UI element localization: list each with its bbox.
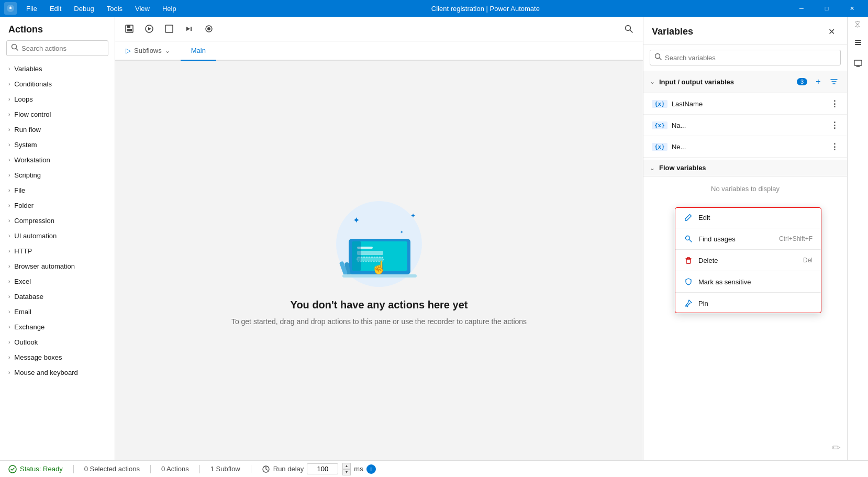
chevron-icon: › xyxy=(8,309,10,315)
section-actions: + xyxy=(811,75,841,88)
chevron-icon: › xyxy=(8,339,10,345)
add-variable-button[interactable]: + xyxy=(811,75,825,88)
variables-icon[interactable]: {x} xyxy=(855,21,861,28)
action-item-mouse-keyboard[interactable]: ›Mouse and keyboard xyxy=(0,365,115,380)
actions-count: 0 Actions xyxy=(161,465,189,473)
context-menu-delete[interactable]: Delete Del xyxy=(675,251,821,270)
run-delay-input[interactable] xyxy=(307,463,338,474)
flow-variables-section-header[interactable]: ⌄ Flow variables xyxy=(643,160,847,176)
action-item-run-flow[interactable]: ›Run flow xyxy=(0,122,115,137)
menu-view[interactable]: View xyxy=(130,3,155,15)
action-item-file[interactable]: ›File xyxy=(0,183,115,198)
variables-list: {x} LastName ⋮ {x} Na... ⋮ {x} Ne... ⋮ xyxy=(643,93,847,158)
variable-more-button[interactable]: ⋮ xyxy=(828,119,841,131)
menu-edit[interactable]: Edit xyxy=(44,3,66,15)
variable-more-button[interactable]: ⋮ xyxy=(828,140,841,153)
record-button[interactable] xyxy=(201,21,217,37)
context-delete-label: Delete xyxy=(698,257,718,264)
empty-state-title: You don't have any actions here yet xyxy=(231,299,527,311)
run-button[interactable] xyxy=(141,21,157,37)
maximize-button[interactable]: □ xyxy=(815,0,839,17)
context-pin-label: Pin xyxy=(698,299,708,307)
menu-bar: File Edit Debug Tools View Help xyxy=(21,3,182,15)
menu-debug[interactable]: Debug xyxy=(69,3,99,15)
action-item-scripting[interactable]: ›Scripting xyxy=(0,168,115,183)
section-chevron-icon: ⌄ xyxy=(650,78,655,85)
step-button[interactable] xyxy=(181,21,197,37)
tab-main[interactable]: Main xyxy=(181,41,216,61)
chevron-icon: › xyxy=(8,248,10,254)
no-variables-text: No variables to display xyxy=(643,176,847,201)
input-output-count-badge: 3 xyxy=(797,78,807,85)
context-menu-find-usages[interactable]: Find usages Ctrl+Shift+F xyxy=(675,229,821,248)
run-delay-unit: ms xyxy=(354,465,363,473)
monitor-button[interactable] xyxy=(850,55,866,72)
variables-close-button[interactable]: ✕ xyxy=(824,24,839,39)
info-button[interactable]: i xyxy=(366,464,376,474)
input-output-section-header[interactable]: ⌄ Input / output variables 3 + xyxy=(643,71,847,93)
context-menu-edit[interactable]: Edit xyxy=(675,208,821,227)
action-item-loops[interactable]: ›Loops xyxy=(0,92,115,107)
tab-subflows[interactable]: ▷ Subflows ⌄ xyxy=(115,41,181,61)
menu-tools[interactable]: Tools xyxy=(102,3,128,15)
action-item-conditionals[interactable]: ›Conditionals xyxy=(0,76,115,92)
empty-state-subtitle: To get started, drag and drop actions to… xyxy=(231,316,527,327)
layers-button[interactable] xyxy=(850,34,866,51)
search-button[interactable] xyxy=(621,21,637,37)
minimize-button[interactable]: ─ xyxy=(789,0,814,17)
svg-rect-25 xyxy=(352,241,361,271)
action-item-browser-automation[interactable]: ›Browser automation xyxy=(0,259,115,274)
action-item-compression[interactable]: ›Compression xyxy=(0,213,115,228)
variable-item-lastname[interactable]: {x} LastName ⋮ xyxy=(643,93,847,115)
context-menu-mark-sensitive[interactable]: Mark as sensitive xyxy=(675,272,821,291)
variable-more-button[interactable]: ⋮ xyxy=(828,97,841,110)
action-item-outlook[interactable]: ›Outlook xyxy=(0,335,115,350)
chevron-icon: › xyxy=(8,157,10,163)
action-item-variables[interactable]: ›Variables xyxy=(0,61,115,76)
action-item-exchange[interactable]: ›Exchange xyxy=(0,319,115,335)
context-menu-pin[interactable]: Pin xyxy=(675,294,821,313)
search-variables-input[interactable] xyxy=(665,54,836,62)
search-actions-box[interactable] xyxy=(6,40,108,56)
run-delay-spinner[interactable]: ▴ ▾ xyxy=(342,463,351,475)
svg-text:✦: ✦ xyxy=(353,216,360,225)
subflows-dropdown-icon[interactable]: ⌄ xyxy=(165,47,170,54)
action-item-workstation[interactable]: ›Workstation xyxy=(0,152,115,168)
close-button[interactable]: ✕ xyxy=(840,0,864,17)
clock-icon xyxy=(262,465,270,473)
action-item-ui-automation[interactable]: ›UI automation xyxy=(0,228,115,243)
spinner-up-button[interactable]: ▴ xyxy=(342,463,351,469)
action-item-http[interactable]: ›HTTP xyxy=(0,243,115,259)
chevron-icon: › xyxy=(8,187,10,193)
search-actions-icon xyxy=(11,43,18,53)
save-button[interactable] xyxy=(121,21,137,37)
menu-help[interactable]: Help xyxy=(157,3,182,15)
context-menu: Edit Find usages Ctrl+Shift+F xyxy=(675,207,821,313)
action-item-email[interactable]: ›Email xyxy=(0,304,115,319)
action-item-database[interactable]: ›Database xyxy=(0,289,115,304)
action-item-system[interactable]: ›System xyxy=(0,137,115,152)
titlebar: File Edit Debug Tools View Help Client r… xyxy=(0,0,868,17)
status-ok-icon xyxy=(8,465,17,473)
action-item-flow-control[interactable]: ›Flow control xyxy=(0,107,115,122)
actions-panel: Actions ›Variables ›Conditionals ›Loops … xyxy=(0,17,115,460)
svg-line-2 xyxy=(16,49,18,51)
toolbar xyxy=(115,17,643,41)
stop-button[interactable] xyxy=(161,21,177,37)
svg-marker-9 xyxy=(186,27,190,31)
status-divider xyxy=(199,465,200,473)
context-divider xyxy=(675,228,821,228)
search-variables-box[interactable] xyxy=(650,50,841,65)
statusbar: Status: Ready 0 Selected actions 0 Actio… xyxy=(0,460,868,477)
var-name: Na... xyxy=(672,121,828,129)
svg-rect-10 xyxy=(191,27,192,31)
variable-item-na[interactable]: {x} Na... ⋮ xyxy=(643,115,847,136)
action-item-excel[interactable]: ›Excel xyxy=(0,274,115,289)
spinner-down-button[interactable]: ▾ xyxy=(342,469,351,475)
menu-file[interactable]: File xyxy=(21,3,42,15)
action-item-folder[interactable]: ›Folder xyxy=(0,198,115,213)
action-item-message-boxes[interactable]: ›Message boxes xyxy=(0,350,115,365)
filter-variables-button[interactable] xyxy=(827,75,841,88)
variable-item-ne[interactable]: {x} Ne... ⋮ xyxy=(643,136,847,158)
search-actions-input[interactable] xyxy=(21,45,104,52)
